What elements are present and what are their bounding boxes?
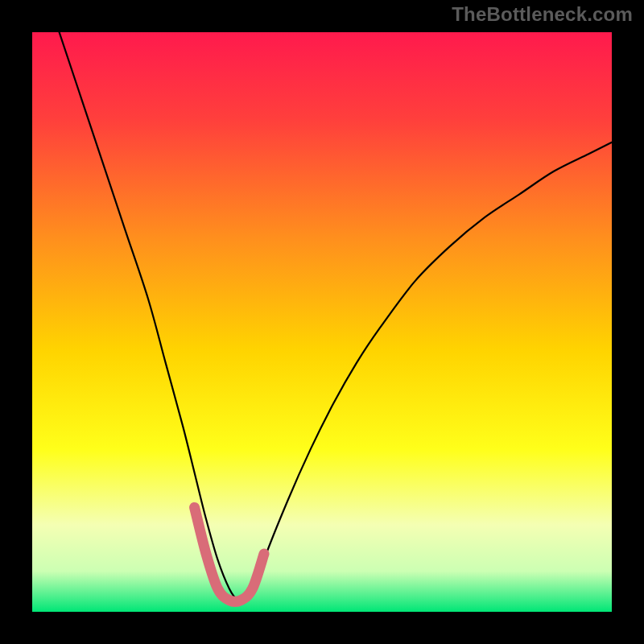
plot-area: [32, 32, 612, 612]
chart-container: TheBottleneck.com: [0, 0, 644, 644]
chart-svg: [32, 32, 612, 612]
gradient-background: [32, 32, 612, 612]
watermark-text: TheBottleneck.com: [452, 3, 633, 26]
